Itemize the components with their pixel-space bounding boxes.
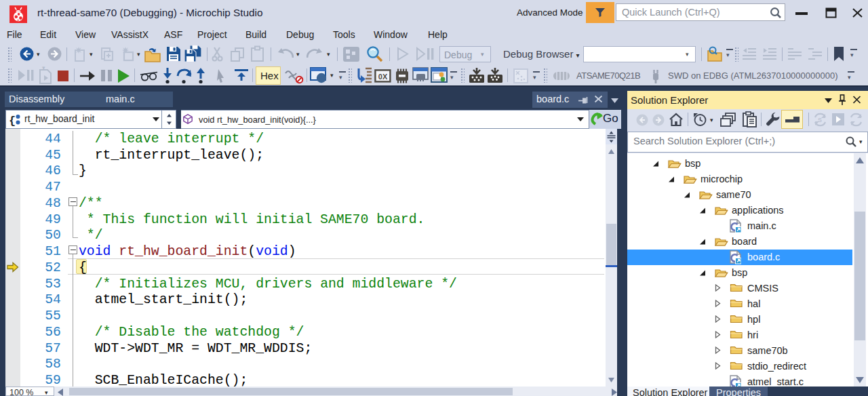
- svg-text:{: {: [9, 115, 16, 126]
- svg-text:S: S: [818, 117, 822, 123]
- svg-text:0X: 0X: [378, 73, 388, 81]
